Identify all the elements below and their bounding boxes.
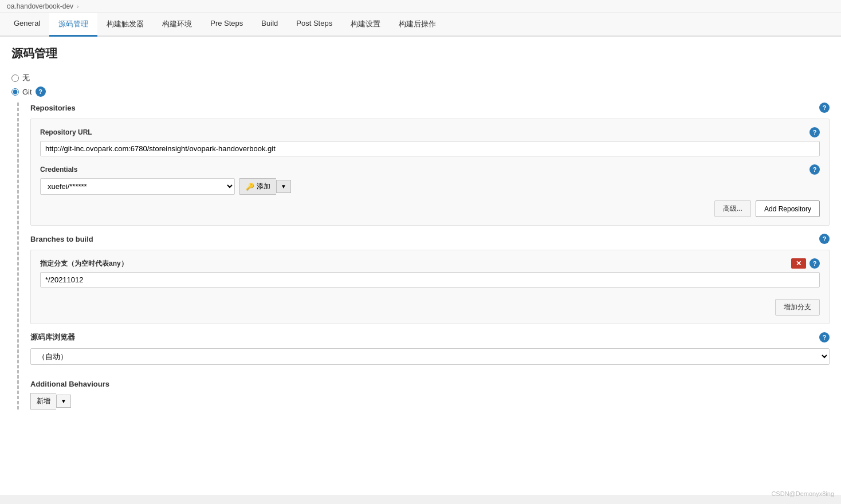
breadcrumb-chevron: › (77, 3, 78, 10)
repo-button-row: 高级... Add Repository (40, 200, 820, 217)
radio-none-group: 无 (11, 73, 830, 83)
additional-behaviours-label: Additional Behaviours (30, 380, 109, 388)
tab-presteps[interactable]: Pre Steps (201, 13, 252, 37)
repo-url-field-label: Repository URL ? (40, 127, 820, 137)
credentials-select[interactable]: xuefei/****** (40, 178, 235, 195)
credentials-field-label: Credentials ? (40, 164, 820, 175)
new-button[interactable]: 新增 (30, 393, 56, 410)
branch-input[interactable] (40, 272, 820, 288)
branch-controls: ✕ ? (791, 258, 820, 269)
credentials-help-icon[interactable]: ? (809, 164, 820, 175)
add-credentials-arrow[interactable]: ▼ (276, 180, 291, 193)
tab-settings[interactable]: 构建设置 (341, 13, 390, 37)
radio-git-label[interactable]: Git (22, 88, 32, 96)
add-credentials-dropdown: 🔑 添加 ▼ (239, 178, 291, 195)
source-browser-select[interactable]: （自动） (30, 348, 830, 365)
radio-git[interactable] (11, 88, 19, 96)
git-section-block: Repositories ? Repository URL ? Credenti… (17, 103, 830, 410)
branches-label: Branches to build (30, 235, 93, 243)
add-credentials-button[interactable]: 🔑 添加 (239, 178, 276, 195)
branches-section: 指定分支（为空时代表any） ✕ ? 增加分支 (30, 250, 830, 324)
radio-none-label[interactable]: 无 (22, 73, 30, 83)
tab-source[interactable]: 源码管理 (49, 13, 97, 37)
git-help-icon[interactable]: ? (36, 86, 46, 97)
repositories-label: Repositories (30, 104, 76, 112)
top-bar: oa.handoverbook-dev › (0, 0, 841, 13)
radio-none[interactable] (11, 74, 19, 82)
additional-behaviours-header: Additional Behaviours (30, 380, 830, 388)
source-browser-label: 源码库浏览器 (30, 332, 75, 342)
delete-branch-button[interactable]: ✕ (791, 258, 806, 269)
repository-url-section: Repository URL ? Credentials ? xuefei/**… (30, 119, 830, 226)
new-button-group: 新增 ▼ (30, 393, 830, 410)
source-browser-header: 源码库浏览器 ? (30, 332, 830, 342)
branch-button-row: 增加分支 (40, 299, 820, 316)
project-name[interactable]: oa.handoverbook-dev (7, 2, 73, 10)
repositories-header: Repositories ? (30, 103, 830, 113)
main-content: 源码管理 无 Git ? Repositories ? Repository U… (0, 37, 841, 495)
page-title: 源码管理 (11, 46, 830, 61)
add-repository-button[interactable]: Add Repository (756, 200, 820, 217)
branch-row: 指定分支（为空时代表any） ✕ ? (40, 258, 820, 269)
credentials-row: xuefei/****** 🔑 添加 ▼ (40, 178, 820, 195)
new-button-arrow[interactable]: ▼ (56, 395, 71, 408)
tab-triggers[interactable]: 构建触发器 (97, 13, 153, 37)
tab-poststeps[interactable]: Post Steps (287, 13, 341, 37)
radio-git-group: Git ? (11, 86, 830, 97)
repo-url-help-icon[interactable]: ? (809, 127, 820, 137)
source-browser-help-icon[interactable]: ? (819, 332, 830, 342)
tab-general[interactable]: General (5, 13, 49, 37)
add-branch-button[interactable]: 增加分支 (775, 299, 820, 316)
branches-help-icon[interactable]: ? (819, 234, 830, 244)
tab-postbuild[interactable]: 构建后操作 (390, 13, 445, 37)
branches-header: Branches to build ? (30, 234, 830, 244)
advanced-button[interactable]: 高级... (714, 200, 751, 217)
watermark: CSDN@Demonyx8ing (771, 490, 834, 495)
branch-help-icon[interactable]: ? (809, 258, 820, 269)
branch-field-label: 指定分支（为空时代表any） (40, 259, 128, 269)
repositories-help-icon[interactable]: ? (819, 103, 830, 113)
repo-url-input[interactable] (40, 141, 820, 156)
tab-env[interactable]: 构建环境 (153, 13, 201, 37)
key-icon: 🔑 (246, 183, 254, 191)
tabs-bar: General 源码管理 构建触发器 构建环境 Pre Steps Build … (0, 13, 841, 37)
tab-build[interactable]: Build (252, 13, 287, 37)
